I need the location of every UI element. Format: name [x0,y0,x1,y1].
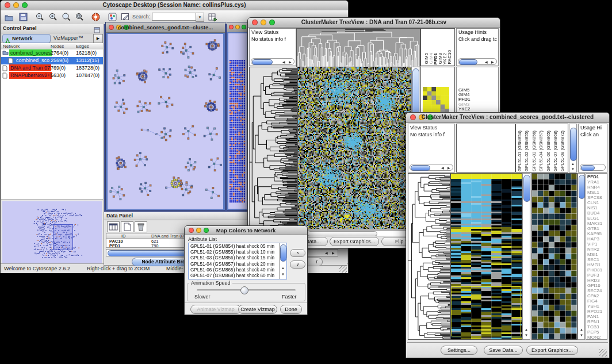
scroll-left-icon[interactable]: ◀ [485,60,488,64]
tv2-zoom-view[interactable] [531,173,577,340]
gene-list-item[interactable]: HRD3 [587,278,602,283]
attribute-select-icon[interactable] [107,221,120,232]
dialog-done-button[interactable]: Done [280,305,302,314]
treeview2-titlebar[interactable]: ClusterMaker TreeView : combined_scores_… [406,113,609,123]
gene-list-item[interactable]: RPO21 [587,309,602,314]
gene-list-item[interactable]: HAP3 [587,236,602,242]
resize-grip[interactable] [339,265,347,273]
close-button[interactable] [229,25,234,29]
tab-overflow-icon[interactable]: ▶ [93,34,103,43]
scroll-right-icon[interactable]: ▶ [332,251,335,255]
gene-list-item[interactable]: MSI1 [587,252,602,257]
gene-list-item[interactable]: FIG4 [587,298,602,304]
dialog-titlebar[interactable]: Map Colors to Network [185,226,307,235]
tv2-genelist-vscrollbar[interactable]: ▲ ▼ [577,173,585,340]
scroll-down-icon[interactable]: ▼ [571,167,575,171]
scrollbar-thumb[interactable] [411,165,430,171]
gene-list-item[interactable]: PFD1 [587,174,602,179]
column-label[interactable]: GPL51-07 (GSM868) [553,131,558,171]
attribute-item[interactable]: GPL51-04 (GSM857) heat shock 20 min [189,262,279,267]
gene-list-item[interactable]: BUD4 [587,210,602,216]
scroll-down-icon[interactable]: ▼ [525,334,528,337]
gene-list-item[interactable]: PEP5 [587,329,602,335]
search-input[interactable] [152,13,197,21]
tv1-hscrollbar[interactable]: ◀ ▶ [297,230,419,236]
gene-list-item[interactable]: PAN1 [587,314,602,319]
scrollbar-thumb[interactable] [108,250,189,256]
network-canvas-grid[interactable] [228,33,247,209]
gene-list-item[interactable]: NIS1 [587,205,602,210]
cytoscape-titlebar[interactable]: Cytoscape Desktop (Session Name: collins… [1,1,348,11]
attribute-item[interactable]: GPL51-06 (GSM865) heat shock 40 min [189,267,279,273]
gene-list-item[interactable]: KAP95 [587,231,602,236]
move-up-button[interactable]: ∧ [290,249,305,257]
tv2-vscrollbar[interactable]: ▲ ▼ [522,173,530,340]
scroll-right-icon[interactable]: ▶ [447,166,450,170]
column-label[interactable]: GPL51-08 (GSM872) [560,131,565,171]
scroll-left-icon[interactable]: ◀ [325,251,328,255]
scrollbar-thumb[interactable] [280,244,286,262]
column-label[interactable]: PAC10 [447,50,452,64]
table-row[interactable]: combined_scores2764(0)16218(0) [1,49,103,57]
gene-list-item[interactable]: PHO81 [587,267,602,273]
save-icon[interactable] [18,12,29,22]
help-lifesaver-icon[interactable] [91,12,101,22]
move-down-button[interactable]: ∨ [290,260,305,269]
tv2-row-dendrogram[interactable] [408,173,450,340]
gene-list-item[interactable]: PUF3 [587,273,602,278]
scroll-left-icon[interactable]: ◀ [441,166,444,170]
attribute-item[interactable]: GPL51-07 (GSM868) heat shock 60 min [189,273,279,279]
column-label[interactable]: GPL51-01 (GSM854) [518,131,522,171]
column-label[interactable]: GPL51-03 (GSM856) [532,131,537,171]
vizmap-icon[interactable] [108,12,118,22]
attribute-item[interactable]: GPL51-03 (GSM856) heat shock 15 min [189,255,279,261]
tv2-settings-button[interactable]: Settings... [441,346,477,355]
tv2-save-data-button[interactable]: Save Data... [484,346,523,355]
scroll-down-icon[interactable]: ▼ [281,273,285,276]
gene-list-item[interactable]: VIP1 [587,242,602,247]
gene-list-item[interactable]: HMG1 [587,262,602,267]
scroll-up-icon[interactable]: ▲ [571,162,575,166]
gene-list-item[interactable]: SEC1 [587,257,602,262]
tv2-header-vscrollbar[interactable]: ▲ ▼ [569,124,577,173]
col-id[interactable]: ID [121,233,126,239]
table-row[interactable]: RNAPuberNov2+|563(0)107847(0) [1,72,103,79]
column-label[interactable]: GPL51-06 (GSM865) [546,131,551,171]
view-status-hscrollbar[interactable]: ◀ ▶ [410,164,453,171]
dialog-animate-vizmap-button[interactable]: Animate Vizmap [190,305,241,314]
tv2-heatmap[interactable] [450,173,522,340]
scroll-up-icon[interactable]: ▲ [281,266,285,270]
tv1-column-dendrogram[interactable] [296,28,420,67]
scroll-up-icon[interactable]: ▲ [525,328,528,331]
treeview1-titlebar[interactable]: ClusterMaker TreeView : DNA and Tran 07-… [248,18,500,28]
annotation-icon[interactable] [120,12,131,22]
column-label[interactable]: GPL51-02 (GSM855) [525,131,529,171]
tv1-matrix-view[interactable] [423,87,449,113]
scrollbar-thumb[interactable] [581,165,595,171]
speed-slider-thumb[interactable] [240,286,248,294]
zoom-selected-icon[interactable] [75,12,85,22]
scroll-right-icon[interactable]: ▶ [491,60,494,64]
usage-hints-hscrollbar[interactable]: ◀ ▶ [458,58,497,65]
tab-network[interactable]: Network [2,34,51,43]
search-dropdown-icon[interactable]: ▼ [196,13,204,22]
gene-list-item[interactable]: MAK31 [587,221,602,226]
gene-list-item[interactable]: NTR2 [587,247,602,252]
delete-attribute-icon[interactable] [135,221,147,232]
tv1-heatmap[interactable] [297,67,411,229]
gene-list-item[interactable]: RNR4 [587,185,602,190]
scrollbar-thumb[interactable] [523,175,530,202]
gene-list-item[interactable]: CPA2 [587,293,602,298]
zoom-in-icon[interactable] [48,12,59,22]
open-file-icon[interactable] [4,12,14,22]
tv2-export-graphics-button[interactable]: Export Graphics... [526,346,578,355]
new-attribute-icon[interactable] [121,221,133,232]
gene-list-item[interactable]: YSH1 [587,304,602,309]
scroll-left-icon[interactable]: ◀ [282,60,285,64]
minimize-button[interactable] [235,25,240,29]
gene-list-item[interactable]: GTB1 [587,226,602,231]
gene-list-item[interactable]: GPI16 [587,283,602,288]
attribute-list-vscrollbar[interactable]: ▲ ▼ [279,243,286,279]
gene-list-item[interactable]: MSL1 [587,190,602,195]
col-network[interactable]: Network [3,44,20,49]
